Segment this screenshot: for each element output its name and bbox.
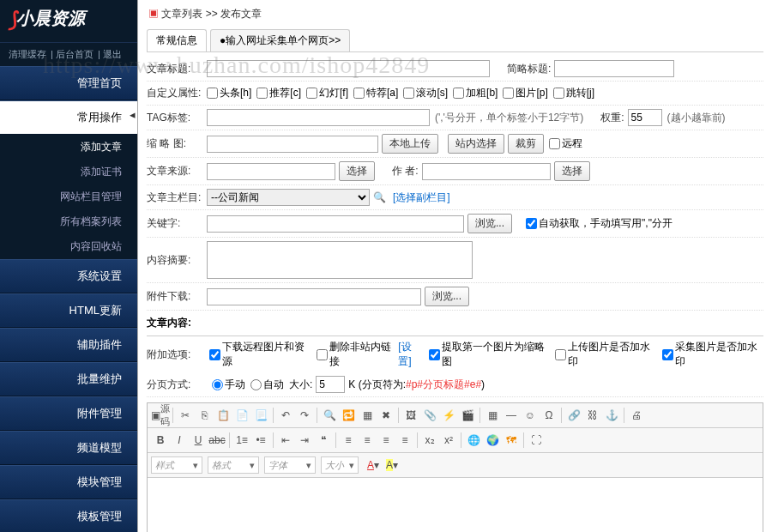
media-icon[interactable]: 🎬 bbox=[459, 407, 476, 424]
chk-attr-3[interactable] bbox=[353, 88, 365, 99]
btn-browse-attach[interactable]: 浏览... bbox=[425, 287, 469, 306]
bold-icon[interactable]: B bbox=[152, 432, 169, 449]
chk-opt3[interactable] bbox=[429, 349, 440, 360]
chk-opt4[interactable] bbox=[555, 349, 566, 360]
btn-browse-keywords[interactable]: 浏览... bbox=[467, 214, 512, 233]
chk-remote[interactable] bbox=[549, 138, 560, 149]
nav-home[interactable]: 管理首页 bbox=[0, 66, 137, 100]
bgcolor-icon[interactable]: A▾ bbox=[383, 456, 401, 474]
input-weight[interactable] bbox=[628, 109, 662, 126]
nav-channel[interactable]: 频道模型 bbox=[0, 431, 137, 465]
input-author[interactable] bbox=[422, 163, 551, 180]
replace-icon[interactable]: 🔁 bbox=[340, 407, 357, 424]
sub-icon[interactable]: x₂ bbox=[421, 432, 438, 449]
chk-attr-6[interactable] bbox=[503, 88, 514, 99]
nav-sys[interactable]: 系统设置 bbox=[0, 259, 137, 293]
nav-batch[interactable]: 批量维护 bbox=[0, 362, 137, 396]
chk-attr-0[interactable] bbox=[207, 88, 218, 99]
dd-style[interactable]: 样式 bbox=[151, 456, 202, 474]
nav-template[interactable]: 模板管理 bbox=[0, 499, 137, 532]
input-source[interactable] bbox=[207, 163, 335, 180]
btn-crop[interactable]: 裁剪 bbox=[508, 134, 544, 154]
radio-manual[interactable] bbox=[212, 379, 223, 390]
dd-format[interactable]: 格式 bbox=[208, 456, 259, 474]
sub-recycle[interactable]: 内容回收站 bbox=[0, 234, 137, 259]
image-icon[interactable]: 🖼 bbox=[402, 407, 419, 424]
underline-icon[interactable]: U bbox=[190, 432, 207, 449]
sup-icon[interactable]: x² bbox=[440, 432, 457, 449]
chk-attr-1[interactable] bbox=[256, 88, 268, 99]
input-size[interactable] bbox=[316, 376, 345, 393]
cut-icon[interactable]: ✂ bbox=[177, 407, 194, 424]
paste-word-icon[interactable]: 📃 bbox=[252, 407, 269, 424]
nav-plugin[interactable]: 辅助插件 bbox=[0, 328, 137, 362]
editor-body[interactable] bbox=[148, 478, 763, 532]
clear-fmt-icon[interactable]: ✖ bbox=[377, 407, 395, 424]
input-attach-dl[interactable] bbox=[207, 288, 421, 305]
nav-html[interactable]: HTML更新 bbox=[0, 293, 137, 328]
input-keywords[interactable] bbox=[207, 215, 464, 233]
align-left-icon[interactable]: ≡ bbox=[340, 432, 357, 449]
link-pick-sub[interactable]: [选择副栏目] bbox=[393, 190, 450, 205]
print-icon[interactable]: 🖨 bbox=[628, 407, 645, 424]
chk-opt2[interactable] bbox=[317, 349, 328, 360]
sub-columns[interactable]: 网站栏目管理 bbox=[0, 184, 137, 209]
globe2-icon[interactable]: 🌍 bbox=[484, 432, 501, 449]
smiley-icon[interactable]: ☺ bbox=[522, 407, 539, 424]
nav-attach[interactable]: 附件管理 bbox=[0, 396, 137, 431]
dd-font[interactable]: 字体 bbox=[264, 456, 316, 474]
attach-icon[interactable]: 📎 bbox=[421, 407, 438, 424]
textcolor-icon[interactable]: A▾ bbox=[365, 456, 382, 474]
input-tag[interactable] bbox=[207, 109, 430, 126]
align-just-icon[interactable]: ≡ bbox=[396, 432, 413, 449]
chk-attr-4[interactable] bbox=[403, 88, 414, 99]
btn-select-author[interactable]: 选择 bbox=[554, 161, 590, 181]
indent-icon[interactable]: ⇥ bbox=[296, 432, 313, 449]
breadcrumb-a[interactable]: 文章列表 bbox=[161, 8, 202, 20]
quote-icon[interactable]: ❝ bbox=[315, 432, 332, 449]
link-logout[interactable]: 退出 bbox=[103, 49, 122, 59]
link-backend-home[interactable]: 后台首页 bbox=[56, 49, 93, 59]
chk-opt1[interactable] bbox=[209, 349, 220, 360]
link-clear-cache[interactable]: 清理缓存 bbox=[9, 49, 46, 59]
special-icon[interactable]: Ω bbox=[540, 407, 558, 424]
maximize-icon[interactable]: ⛶ bbox=[528, 432, 545, 449]
chk-attr-5[interactable] bbox=[453, 88, 464, 99]
chk-attr-7[interactable] bbox=[553, 88, 564, 99]
ul-icon[interactable]: •≡ bbox=[252, 432, 269, 449]
map-icon[interactable]: 🗺 bbox=[503, 432, 520, 449]
dd-size[interactable]: 大小 bbox=[321, 456, 359, 474]
hr-icon[interactable]: — bbox=[503, 407, 520, 424]
link-icon[interactable]: 🔗 bbox=[565, 407, 582, 424]
anchor-icon[interactable]: ⚓ bbox=[603, 407, 620, 424]
sub-add-cert[interactable]: 添加证书 bbox=[0, 160, 137, 184]
outdent-icon[interactable]: ⇤ bbox=[277, 432, 294, 449]
ol-icon[interactable]: 1≡ bbox=[233, 432, 250, 449]
nav-module[interactable]: 模块管理 bbox=[0, 465, 137, 499]
sub-add-article[interactable]: 添加文章 bbox=[0, 135, 137, 160]
sub-archives[interactable]: 所有档案列表 bbox=[0, 209, 137, 234]
paste-icon[interactable]: 📋 bbox=[214, 407, 232, 424]
btn-select-source[interactable]: 选择 bbox=[339, 161, 375, 181]
radio-auto[interactable] bbox=[250, 379, 262, 390]
globe-icon[interactable]: 🌐 bbox=[465, 432, 482, 449]
input-thumb[interactable] bbox=[207, 136, 378, 153]
select-main-col[interactable]: --公司新闻 bbox=[207, 189, 370, 206]
chk-attr-2[interactable] bbox=[306, 88, 317, 99]
tab-collect-url[interactable]: ●输入网址采集单个网页>> bbox=[210, 29, 350, 51]
btn-site-select[interactable]: 站内选择 bbox=[448, 134, 504, 154]
find-icon[interactable]: 🔍 bbox=[321, 407, 338, 424]
chk-opt5[interactable] bbox=[662, 349, 673, 360]
strike-icon[interactable]: abc bbox=[208, 432, 226, 449]
paste-text-icon[interactable]: 📄 bbox=[233, 407, 250, 424]
chk-auto-keywords[interactable] bbox=[526, 218, 537, 229]
align-center-icon[interactable]: ≡ bbox=[359, 432, 376, 449]
src-btn[interactable]: ▣ 源码 bbox=[152, 407, 169, 424]
unlink-icon[interactable]: ⛓ bbox=[584, 407, 601, 424]
nav-common-ops[interactable]: 常用操作 bbox=[0, 100, 137, 135]
align-right-icon[interactable]: ≡ bbox=[377, 432, 395, 449]
btn-local-upload[interactable]: 本地上传 bbox=[382, 134, 438, 154]
search-icon[interactable]: 🔍 bbox=[373, 191, 386, 203]
opt2-set[interactable]: [设置] bbox=[398, 340, 423, 369]
redo-icon[interactable]: ↷ bbox=[296, 407, 313, 424]
